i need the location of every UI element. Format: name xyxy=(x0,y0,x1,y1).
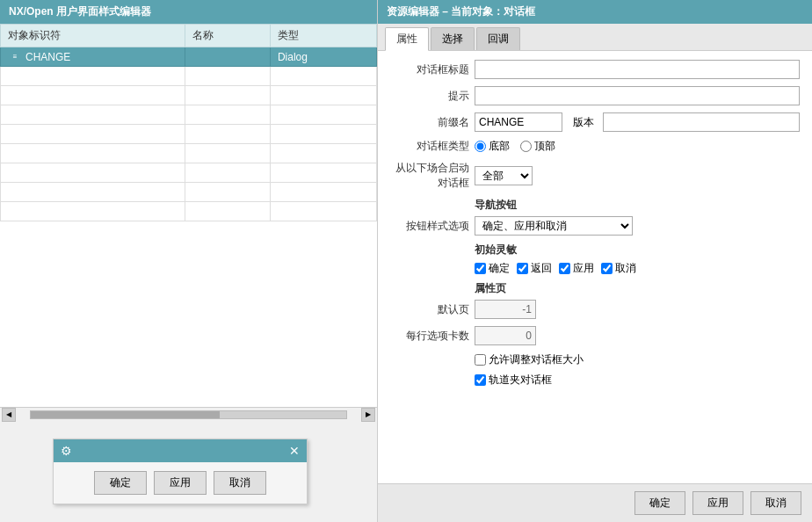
tab-callback[interactable]: 回调 xyxy=(476,27,520,50)
version-label: 版本 xyxy=(573,115,594,130)
tabs-per-row-input[interactable] xyxy=(475,326,536,345)
scroll-right-arrow[interactable]: ▶ xyxy=(361,408,375,422)
empty-cell-0 xyxy=(1,105,185,125)
cell-name xyxy=(185,47,270,67)
left-panel-title: NX/Open 用户界面样式编辑器 xyxy=(0,0,377,24)
version-input[interactable] xyxy=(603,112,800,132)
checkbox-apply-label: 应用 xyxy=(573,261,594,276)
tabs-bar: 属性 选择 回调 xyxy=(378,24,812,51)
allow-resize-row: 允许调整对话框大小 xyxy=(390,352,800,367)
table-row-empty xyxy=(1,183,377,202)
mini-ok-button[interactable]: 确定 xyxy=(94,471,147,495)
checkbox-back-input[interactable] xyxy=(517,263,528,274)
identifier-text: CHANGE xyxy=(25,51,70,63)
empty-cell-1 xyxy=(185,163,270,183)
object-table-container: 对象标识符 名称 类型 ≡CHANGEDialog xyxy=(0,24,377,407)
checkbox-back[interactable]: 返回 xyxy=(517,261,552,276)
empty-cell-0 xyxy=(1,67,185,86)
h-scrollbar-track[interactable] xyxy=(30,410,347,419)
empty-cell-0 xyxy=(1,163,185,183)
col-header-identifier: 对象标识符 xyxy=(1,25,185,47)
empty-cell-1 xyxy=(185,67,270,86)
empty-cell-2 xyxy=(270,125,376,144)
scroll-left-arrow[interactable]: ◀ xyxy=(2,408,16,422)
table-row[interactable]: ≡CHANGEDialog xyxy=(1,47,377,67)
ok-button[interactable]: 确定 xyxy=(634,491,685,515)
checkbox-ok-label: 确定 xyxy=(489,261,510,276)
row-icon: ≡ xyxy=(8,51,22,63)
mini-dialog-buttons: 确定 应用 取消 xyxy=(54,462,307,504)
tab-content-properties: 对话框标题 提示 前缀名 版本 对话框类型 xyxy=(378,51,812,483)
mini-cancel-button[interactable]: 取消 xyxy=(214,471,266,495)
dialog-title-label: 对话框标题 xyxy=(390,62,469,77)
checkbox-track-dlg-input[interactable] xyxy=(475,374,486,386)
table-row-empty xyxy=(1,163,377,183)
empty-cell-1 xyxy=(185,183,270,202)
checkbox-allow-resize-input[interactable] xyxy=(475,354,486,366)
tabs-per-row-row: 每行选项卡数 xyxy=(390,326,800,345)
checkbox-apply-input[interactable] xyxy=(559,263,570,274)
checkbox-allow-resize-label: 允许调整对话框大小 xyxy=(489,352,584,367)
initial-bead-label: 初始灵敏 xyxy=(390,243,800,257)
empty-cell-0 xyxy=(1,183,185,202)
tab-properties[interactable]: 属性 xyxy=(385,27,429,51)
tab-selection[interactable]: 选择 xyxy=(431,27,475,50)
checkbox-ok-input[interactable] xyxy=(475,263,486,274)
checkbox-cancel-input[interactable] xyxy=(601,263,613,274)
prefix-version-row: 前缀名 版本 xyxy=(390,112,800,132)
cell-identifier: ≡CHANGE xyxy=(1,47,185,67)
checkbox-track-dlg-label: 轨道夹对话框 xyxy=(489,373,552,388)
mini-dialog-close-button[interactable]: ✕ xyxy=(289,444,300,458)
mini-apply-button[interactable]: 应用 xyxy=(154,471,207,495)
table-row-empty xyxy=(1,144,377,163)
empty-cell-1 xyxy=(185,202,270,221)
launch-from-label: 从以下场合启动对话框 xyxy=(390,161,469,191)
button-style-row: 按钮样式选项 确定、应用和取消 确定和取消 仅确定 xyxy=(390,216,800,236)
horizontal-scrollbar[interactable]: ◀ ▶ xyxy=(0,407,377,421)
object-table: 对象标识符 名称 类型 ≡CHANGEDialog xyxy=(0,24,377,221)
dialog-title-row: 对话框标题 xyxy=(390,60,800,79)
empty-cell-2 xyxy=(270,105,376,125)
col-header-type: 类型 xyxy=(270,25,376,47)
col-header-name: 名称 xyxy=(185,25,270,47)
table-row-empty xyxy=(1,105,377,125)
checkbox-cancel-label: 取消 xyxy=(615,261,636,276)
empty-cell-2 xyxy=(270,202,376,221)
button-style-select[interactable]: 确定、应用和取消 确定和取消 仅确定 xyxy=(475,216,633,236)
apply-button[interactable]: 应用 xyxy=(692,491,743,515)
dialog-title-input[interactable] xyxy=(475,60,800,79)
checkbox-cancel[interactable]: 取消 xyxy=(601,261,636,276)
dialog-type-label: 对话框类型 xyxy=(390,139,469,154)
checkbox-ok[interactable]: 确定 xyxy=(475,261,510,276)
launch-from-select[interactable]: 全部 菜单 工具栏 xyxy=(475,166,533,185)
mini-dialog-area: ⚙ ✕ 确定 应用 取消 xyxy=(0,421,377,522)
radio-top[interactable]: 顶部 xyxy=(520,139,555,154)
h-scrollbar-thumb xyxy=(31,411,220,418)
default-page-input[interactable] xyxy=(475,300,536,319)
checkbox-back-label: 返回 xyxy=(531,261,552,276)
empty-cell-2 xyxy=(270,183,376,202)
empty-cell-0 xyxy=(1,144,185,163)
checkbox-track-dlg[interactable]: 轨道夹对话框 xyxy=(475,373,552,388)
checkbox-allow-resize[interactable]: 允许调整对话框大小 xyxy=(475,352,584,367)
default-page-label: 默认页 xyxy=(390,302,469,317)
hint-row: 提示 xyxy=(390,86,800,105)
hint-input[interactable] xyxy=(475,86,800,105)
empty-cell-1 xyxy=(185,125,270,144)
track-dlg-row: 轨道夹对话框 xyxy=(390,373,800,388)
checkbox-apply[interactable]: 应用 xyxy=(559,261,594,276)
radio-bottom[interactable]: 底部 xyxy=(475,139,510,154)
bottom-bar: 确定 应用 取消 xyxy=(378,483,812,522)
empty-cell-0 xyxy=(1,125,185,144)
empty-cell-0 xyxy=(1,86,185,105)
table-row-empty xyxy=(1,202,377,221)
radio-bottom-label: 底部 xyxy=(489,139,510,154)
radio-top-input[interactable] xyxy=(520,141,532,152)
checkboxes-row: 确定 返回 应用 取消 xyxy=(390,261,800,276)
radio-bottom-input[interactable] xyxy=(475,141,486,152)
prefix-name-input[interactable] xyxy=(475,112,562,132)
table-row-empty xyxy=(1,67,377,86)
cell-type: Dialog xyxy=(270,47,376,67)
cancel-button[interactable]: 取消 xyxy=(750,491,801,515)
gear-icon: ⚙ xyxy=(61,444,72,458)
